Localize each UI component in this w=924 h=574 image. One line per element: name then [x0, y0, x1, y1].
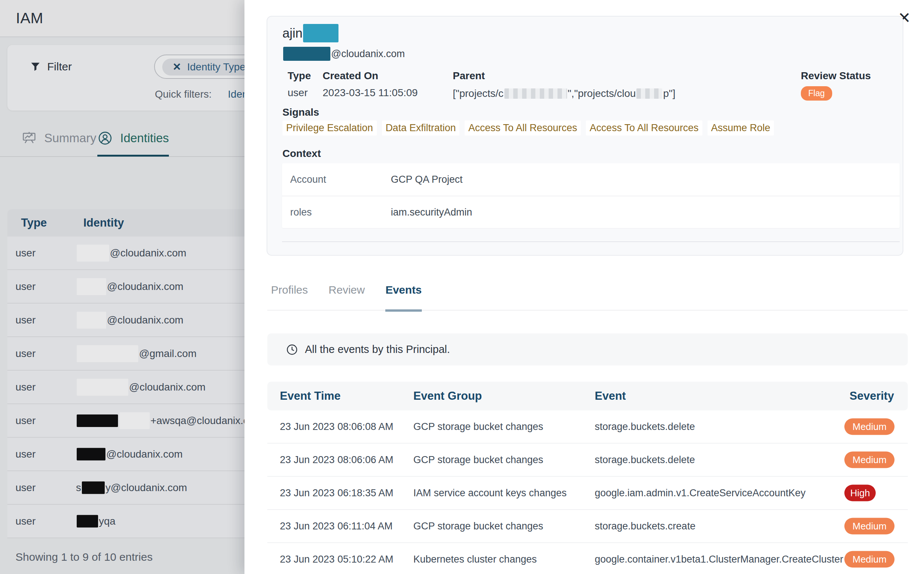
event-time-cell: 23 Jun 2023 06:18:35 AM — [280, 487, 393, 499]
tab-events[interactable]: Events — [385, 284, 421, 311]
column-header-event-time: Event Time — [280, 390, 341, 403]
signal-chip: Data Exfiltration — [382, 120, 460, 136]
event-time-cell: 23 Jun 2023 06:11:04 AM — [280, 520, 393, 532]
redaction-darkteal-block — [283, 47, 331, 61]
clock-icon — [286, 343, 298, 356]
events-banner: All the events by this Principal. — [267, 333, 908, 366]
identity-detail-drawer: ✕ ajin @cloudanix.com Type user Created … — [244, 0, 924, 574]
signals-chip-row: Privilege EscalationData ExfiltrationAcc… — [282, 120, 774, 136]
field-review-status-label: Review Status — [801, 70, 871, 82]
tab-review[interactable]: Review — [329, 284, 365, 311]
column-header-event: Event — [595, 390, 626, 403]
review-status-flag-badge: Flag — [801, 86, 832, 101]
redacted-identity-text: ","projects/clou — [568, 88, 636, 99]
card-divider — [282, 241, 900, 242]
field-parent-value: ["projects/c","projects/cloup"] — [453, 87, 676, 99]
severity-badge: High — [844, 485, 876, 501]
event-group-cell: Kubernetes cluster changes — [413, 554, 537, 565]
signal-chip: Access To All Resources — [465, 120, 581, 136]
event-group-cell: GCP storage bucket changes — [413, 454, 543, 466]
context-key: Account — [282, 174, 391, 185]
detail-tabs: Profiles Review Events — [271, 284, 422, 311]
event-table-row: 23 Jun 2023 05:10:22 AMKubernetes cluste… — [267, 543, 908, 574]
severity-badge: Medium — [844, 452, 894, 468]
iam-page: IAM Filter ✕ Identity Type: Us Quick fil… — [0, 0, 924, 574]
event-table-row: 23 Jun 2023 08:06:06 AMGCP storage bucke… — [267, 443, 908, 477]
event-table-row: 23 Jun 2023 08:06:08 AMGCP storage bucke… — [267, 410, 908, 443]
event-table-row: 23 Jun 2023 06:11:04 AMGCP storage bucke… — [267, 510, 908, 543]
field-created-on: Created On 2023-03-15 11:05:09 — [323, 70, 418, 99]
identity-summary-card: ajin @cloudanix.com Type user Created On… — [267, 16, 903, 256]
field-parent: Parent ["projects/c","projects/cloup"] — [453, 70, 676, 99]
event-group-cell: IAM service account keys changes — [413, 487, 567, 499]
redacted-identity-text: ajin — [282, 26, 302, 41]
context-row-account: Account GCP QA Project — [282, 163, 900, 196]
event-name-cell: google.iam.admin.v1.CreateServiceAccount… — [595, 487, 805, 499]
field-created-on-label: Created On — [323, 70, 418, 82]
field-review-status: Review Status Flag — [801, 70, 871, 101]
context-panel: Account GCP QA Project roles iam.securit… — [282, 163, 900, 228]
redacted-identity-text: p"] — [663, 88, 675, 99]
event-group-cell: GCP storage bucket changes — [413, 421, 543, 432]
signal-chip: Privilege Escalation — [282, 120, 377, 136]
context-value: iam.securityAdmin — [391, 207, 472, 218]
field-type: Type user — [288, 70, 311, 99]
redaction-blur-block — [636, 88, 662, 99]
context-value: GCP QA Project — [391, 174, 463, 185]
event-table-row: 23 Jun 2023 06:18:35 AMIAM service accou… — [267, 477, 908, 510]
severity-badge: Medium — [844, 418, 894, 435]
identity-email: @cloudanix.com — [282, 47, 405, 61]
events-banner-text: All the events by this Principal. — [305, 343, 450, 356]
modal-backdrop[interactable] — [0, 0, 244, 574]
event-time-cell: 23 Jun 2023 08:06:08 AM — [280, 421, 393, 432]
signals-label: Signals — [282, 106, 319, 118]
events-table-header: Event Time Event Group Event Severity — [267, 382, 908, 410]
event-time-cell: 23 Jun 2023 05:10:22 AM — [280, 554, 393, 565]
identity-name: ajin — [282, 24, 339, 43]
event-name-cell: google.container.v1beta1.ClusterManager.… — [595, 554, 843, 565]
column-header-severity: Severity — [850, 390, 894, 403]
severity-badge: Medium — [844, 518, 894, 535]
signal-chip: Access To All Resources — [586, 120, 702, 136]
event-time-cell: 23 Jun 2023 08:06:06 AM — [280, 454, 393, 466]
column-header-event-group: Event Group — [413, 390, 482, 403]
severity-badge: Medium — [844, 551, 894, 568]
event-name-cell: storage.buckets.delete — [595, 421, 695, 432]
event-name-cell: storage.buckets.create — [595, 520, 695, 532]
signal-chip: Assume Role — [707, 120, 774, 136]
field-created-on-value: 2023-03-15 11:05:09 — [323, 87, 418, 99]
field-type-label: Type — [288, 70, 311, 82]
redacted-identity-text: ["projects/c — [453, 88, 504, 99]
context-label: Context — [282, 148, 321, 159]
field-parent-label: Parent — [453, 70, 676, 82]
redaction-teal-block — [303, 24, 339, 43]
field-type-value: user — [288, 87, 311, 99]
tab-profiles[interactable]: Profiles — [271, 284, 308, 311]
event-group-cell: GCP storage bucket changes — [413, 520, 543, 532]
context-row-roles: roles iam.securityAdmin — [282, 196, 900, 228]
tabs-divider — [267, 310, 908, 311]
redaction-blur-block — [505, 88, 567, 99]
redacted-identity-text: @cloudanix.com — [331, 48, 405, 60]
events-table: Event Time Event Group Event Severity 23… — [267, 382, 908, 574]
events-table-body: 23 Jun 2023 08:06:08 AMGCP storage bucke… — [267, 410, 908, 574]
event-name-cell: storage.buckets.delete — [595, 454, 695, 466]
context-key: roles — [282, 207, 391, 218]
